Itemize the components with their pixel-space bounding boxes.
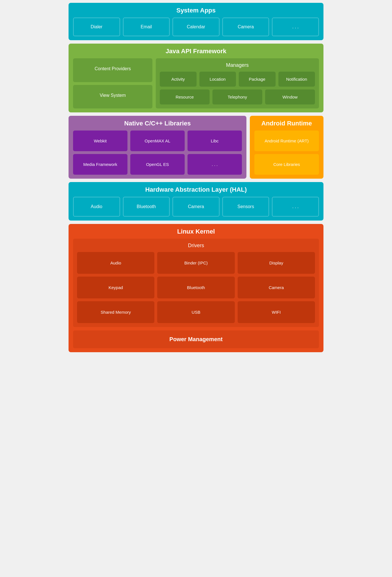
native-item: . . . [188,154,242,175]
native-libs-layer: Native C/C++ Libraries WebkitOpenMAX ALL… [69,116,246,179]
manager-item: Notification [278,72,315,87]
hal-item: Audio [73,197,120,217]
driver-item: Keypad [77,277,154,298]
hal-title: Hardware Abstraction Layer (HAL) [73,186,319,193]
native-item: Libc [188,131,242,151]
manager-item: Activity [160,72,197,87]
view-system: View System [73,85,152,109]
content-providers: Content Providers [73,58,152,82]
drivers-title: Drivers [77,243,315,249]
native-item: OpenMAX AL [130,131,185,151]
driver-item: Binder (IPC) [157,252,235,274]
java-api-content: Content Providers View System Managers A… [73,58,319,108]
managers-row-1: ActivityLocationPackageNotification [160,72,315,87]
java-api-title: Java API Framework [73,48,319,55]
android-runtime-layer: Android Runtime Android Runtime (ART)Cor… [250,116,323,179]
hal-item: Bluetooth [123,197,170,217]
managers-title: Managers [160,62,315,68]
native-libs-grid: WebkitOpenMAX ALLibcMedia FrameworkOpenG… [73,131,242,175]
android-architecture-diagram: System Apps DialerEmailCalendarCamera. .… [69,3,323,352]
manager-item: Telephony [212,89,262,104]
hal-grid: AudioBluetoothCameraSensors. . . [73,197,319,217]
driver-item: USB [157,301,235,323]
system-app-item: Dialer [73,18,120,36]
driver-item: Camera [238,277,315,298]
runtime-item: Android Runtime (ART) [254,131,319,151]
managers-row-2: ResourceTelephonyWindow [160,89,315,104]
hal-item: Camera [172,197,220,217]
driver-item: WIFI [238,301,315,323]
driver-item: Audio [77,252,154,274]
manager-item: Package [239,72,276,87]
hal-layer: Hardware Abstraction Layer (HAL) AudioBl… [69,182,323,221]
drivers-container: Drivers AudioBinder (IPC)DisplayKeypadBl… [73,239,319,327]
android-runtime-title: Android Runtime [254,120,319,127]
system-app-item: Email [123,18,170,36]
native-item: Media Framework [73,154,127,175]
system-apps-grid: DialerEmailCalendarCamera. . . [73,18,319,36]
power-management: Power Management [73,330,319,348]
managers-grid: ActivityLocationPackageNotification Reso… [160,72,315,104]
native-item: OpenGL ES [130,154,185,175]
java-left-panel: Content Providers View System [73,58,152,108]
system-apps-title: System Apps [73,7,319,14]
manager-item: Location [199,72,236,87]
managers-panel: Managers ActivityLocationPackageNotifica… [156,58,319,108]
driver-item: Display [238,252,315,274]
manager-item: Resource [160,89,210,104]
runtime-grid: Android Runtime (ART)Core Libraries [254,131,319,175]
runtime-item: Core Libraries [254,154,319,175]
driver-item: Bluetooth [157,277,235,298]
drivers-grid: AudioBinder (IPC)DisplayKeypadBluetoothC… [77,252,315,323]
native-runtime-row: Native C/C++ Libraries WebkitOpenMAX ALL… [69,116,323,179]
system-app-item: Camera [222,18,269,36]
system-app-item: . . . [272,18,319,36]
linux-kernel-title: Linux Kernel [73,228,319,235]
driver-item: Shared Memory [77,301,154,323]
linux-kernel-layer: Linux Kernel Drivers AudioBinder (IPC)Di… [69,224,323,352]
manager-item: Window [265,89,315,104]
native-libs-title: Native C/C++ Libraries [73,120,242,127]
system-apps-layer: System Apps DialerEmailCalendarCamera. .… [69,3,323,40]
system-app-item: Calendar [172,18,220,36]
java-api-layer: Java API Framework Content Providers Vie… [69,44,323,112]
hal-item: Sensors [222,197,269,217]
native-item: Webkit [73,131,127,151]
hal-item: . . . [272,197,319,217]
